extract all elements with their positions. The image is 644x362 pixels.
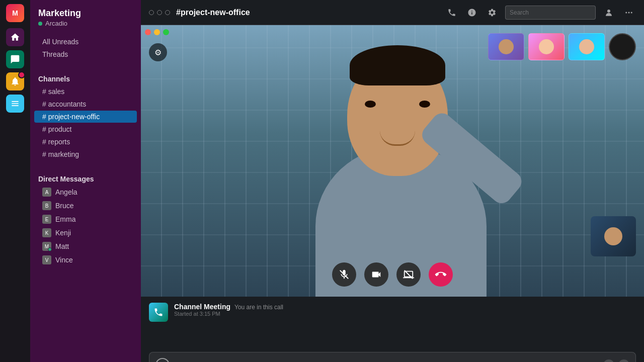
camera-button[interactable] [364,262,388,287]
topbar-icons: Search [445,6,636,20]
dm-header: Direct Messages [30,169,141,185]
username: Arcadio [45,20,67,27]
dot-2 [157,10,162,15]
sidebar: Marketing Arcadio All Unreads Threads Ch… [30,0,141,362]
dm-name-matt: Matt [55,242,69,250]
person-video [141,25,644,297]
svg-point-2 [628,12,630,13]
sidebar-item-marketing[interactable]: marketing [34,148,137,160]
threads-item[interactable]: Threads [34,48,137,60]
sidebar-item-sales[interactable]: sales [34,85,137,98]
video-scene: ⚙ [141,25,644,297]
screen-share-button[interactable] [396,262,421,287]
dm-name-emma: Emma [55,215,75,223]
self-video-content [591,216,636,256]
mouth [380,131,415,146]
chat-area: Channel Meeting You are in this call Sta… [141,297,644,362]
dm-name-bruce: Bruce [55,202,74,210]
fullscreen-button[interactable] [163,29,169,35]
sidebar-item-reports[interactable]: reports [34,136,137,148]
end-call-button[interactable] [429,262,453,287]
add-attachment-button[interactable]: + [155,358,170,362]
message-list: Channel Meeting You are in this call Sta… [141,297,644,348]
dot-3 [165,10,170,15]
activity-nav-icon[interactable] [6,72,24,90]
search-bar[interactable]: Search [505,6,596,20]
user-icon[interactable] [602,6,616,20]
dm-avatar-bruce: B [42,201,51,210]
thumb-avatar-1 [499,39,514,54]
dot-1 [149,10,154,15]
dm-avatar-kenji: K [42,228,51,237]
quick-nav-section: All Unreads Threads [30,31,141,65]
video-controls [332,262,453,287]
main-content: #project-new-office Search [141,0,644,362]
participant-thumbnail-1[interactable] [488,33,524,60]
emoji-icon[interactable]: ☺ [603,359,614,362]
all-unreads-item[interactable]: All Unreads [34,36,137,48]
info-icon[interactable] [465,6,479,20]
home-icon[interactable] [6,28,24,46]
minimize-button[interactable] [154,29,160,35]
self-video [591,216,636,256]
participant-thumbnail-3[interactable] [569,33,605,60]
channels-header: Channels [30,69,141,85]
dm-section: Direct Messages A Angela B Bruce E Emma … [30,165,141,271]
dm-avatar-vince: V [42,255,51,264]
dm-name-angela: Angela [55,188,77,196]
call-icon[interactable] [445,6,459,20]
mute-button[interactable] [332,262,356,287]
channels-section: Channels sales accountants project-new-o… [30,65,141,165]
call-message-title: Channel Meeting You are in this call [174,303,636,311]
dm-item-vince[interactable]: V Vince [34,253,137,266]
workspace-avatar[interactable]: M [6,4,24,22]
participant-thumbnails [488,33,636,60]
svg-point-1 [625,12,627,13]
dm-avatar-matt: M [42,242,51,251]
message-input-bar: + Message #project-new-office ☺ ➤ [149,352,636,362]
workspace-name: Marketing [38,8,133,19]
self-avatar [604,227,622,245]
dm-item-matt[interactable]: M Matt [34,240,137,253]
dm-name-kenji: Kenji [55,229,71,237]
more-nav-icon[interactable] [6,95,24,113]
thumb-avatar-2 [539,39,554,54]
video-settings-button[interactable]: ⚙ [149,43,167,61]
dm-item-emma[interactable]: E Emma [34,213,137,226]
person-hair [350,45,445,85]
call-message-content: Channel Meeting You are in this call Sta… [174,303,636,317]
send-icon[interactable]: ➤ [618,359,629,362]
video-container: ⚙ [141,25,644,297]
dm-avatar-emma: E [42,215,51,224]
input-right-icons: ☺ ➤ [603,359,629,362]
call-subtitle: You are in this call [234,304,283,311]
svg-point-3 [631,12,632,13]
close-button[interactable] [145,29,151,35]
sidebar-item-project-new-office[interactable]: project-new-offic [34,111,137,123]
left-eye [365,101,376,108]
dm-avatar-angela: A [42,188,51,197]
sidebar-header: Marketing Arcadio [30,0,141,31]
call-message: Channel Meeting You are in this call Sta… [149,303,636,322]
workspace-icon-bar: M [0,0,30,362]
dm-nav-icon[interactable] [6,50,24,68]
participant-muted[interactable] [609,33,636,60]
person-head [347,55,448,176]
dm-name-vince: Vince [55,256,73,264]
call-message-icon [149,303,168,322]
more-icon[interactable] [622,6,636,20]
participant-thumbnail-2[interactable] [528,33,565,60]
dm-item-kenji[interactable]: K Kenji [34,226,137,239]
right-eye [419,101,430,108]
dm-item-bruce[interactable]: B Bruce [34,199,137,212]
svg-point-0 [607,10,610,13]
call-time: Started at 3:15 PM [174,311,636,317]
topbar: #project-new-office Search [141,0,644,25]
settings-icon[interactable] [485,6,499,20]
call-title-text: Channel Meeting [174,303,230,311]
channel-title: #project-new-office [176,8,439,17]
sidebar-item-product[interactable]: product [34,123,137,135]
dm-item-angela[interactable]: A Angela [34,186,137,199]
user-status: Arcadio [38,20,133,27]
sidebar-item-accountants[interactable]: accountants [34,98,137,110]
